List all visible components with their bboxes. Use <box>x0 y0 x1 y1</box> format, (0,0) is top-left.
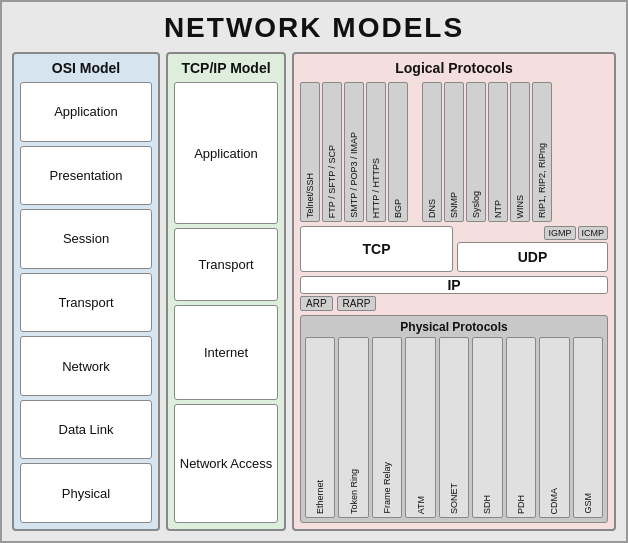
tcpip-layer-transport: Transport <box>174 228 278 300</box>
arp-rarp-row: ARP RARP <box>300 296 608 311</box>
physical-title: Physical Protocols <box>305 320 603 334</box>
tcpip-layer-internet: Internet <box>174 305 278 401</box>
logical-title: Logical Protocols <box>300 60 608 76</box>
diagram-container: OSI Model Application Presentation Sessi… <box>12 52 616 531</box>
protocol-bar-dns: DNS <box>422 82 442 222</box>
page-title: NETWORK MODELS <box>164 12 464 44</box>
tcp-udp-container: TCP IGMP ICMP UDP <box>300 226 608 272</box>
arp-box: ARP <box>300 296 333 311</box>
protocol-bar-ntp: NTP <box>488 82 508 222</box>
logical-column: Logical Protocols Telnet/SSH FTP / SFTP … <box>292 52 616 531</box>
udp-box: UDP <box>457 242 608 272</box>
icmp-box: ICMP <box>578 226 609 240</box>
osi-layer-session: Session <box>20 209 152 269</box>
udp-container: IGMP ICMP UDP <box>457 226 608 272</box>
ip-section: IP ARP RARP <box>300 276 608 311</box>
tcpip-layer-network-access: Network Access <box>174 404 278 523</box>
tcp-box: TCP <box>300 226 453 272</box>
protocol-bar-rip: RIP1, RIP2, RIPng <box>532 82 552 222</box>
osi-layers: Application Presentation Session Transpo… <box>20 82 152 523</box>
osi-column: OSI Model Application Presentation Sessi… <box>12 52 160 531</box>
tcpip-title: TCP/IP Model <box>174 60 278 76</box>
protocol-bar-bgp: BGP <box>388 82 408 222</box>
physical-section: Physical Protocols Ethernet Token Ring F… <box>300 315 608 523</box>
protocol-gap <box>410 82 420 222</box>
physical-bar-pdh: PDH <box>506 337 536 518</box>
physical-bar-framerelay: Frame Relay <box>372 337 402 518</box>
physical-bar-tokenring: Token Ring <box>338 337 368 518</box>
protocol-bar-wins: WINS <box>510 82 530 222</box>
osi-layer-application: Application <box>20 82 152 142</box>
physical-bar-ethernet: Ethernet <box>305 337 335 518</box>
tcpip-layer-application: Application <box>174 82 278 224</box>
ip-box: IP <box>300 276 608 294</box>
rarp-box: RARP <box>337 296 377 311</box>
igmp-box: IGMP <box>544 226 575 240</box>
physical-bar-gsm: GSM <box>573 337 603 518</box>
osi-layer-transport: Transport <box>20 273 152 333</box>
physical-bar-sdh: SDH <box>472 337 502 518</box>
physical-bar-cdma: CDMA <box>539 337 569 518</box>
protocol-bar-snmp: SNMP <box>444 82 464 222</box>
protocol-bar-syslog: Syslog <box>466 82 486 222</box>
osi-layer-physical: Physical <box>20 463 152 523</box>
app-protocol-bars: Telnet/SSH FTP / SFTP / SCP SMTP / POP3 … <box>300 82 608 222</box>
tcpip-column: TCP/IP Model Application Transport Inter… <box>166 52 286 531</box>
protocol-bar-ftp: FTP / SFTP / SCP <box>322 82 342 222</box>
logical-inner: Telnet/SSH FTP / SFTP / SCP SMTP / POP3 … <box>300 82 608 523</box>
osi-layer-datalink: Data Link <box>20 400 152 460</box>
protocol-bar-smtp: SMTP / POP3 / IMAP <box>344 82 364 222</box>
osi-layer-presentation: Presentation <box>20 146 152 206</box>
tcpip-layers: Application Transport Internet Network A… <box>174 82 278 523</box>
physical-bar-atm: ATM <box>405 337 435 518</box>
protocol-bar-telnet: Telnet/SSH <box>300 82 320 222</box>
physical-bar-sonet: SONET <box>439 337 469 518</box>
osi-layer-network: Network <box>20 336 152 396</box>
osi-title: OSI Model <box>20 60 152 76</box>
igmp-icmp-row: IGMP ICMP <box>457 226 608 240</box>
protocol-bar-http: HTTP / HTTPS <box>366 82 386 222</box>
physical-bars-row: Ethernet Token Ring Frame Relay ATM SONE… <box>305 337 603 518</box>
